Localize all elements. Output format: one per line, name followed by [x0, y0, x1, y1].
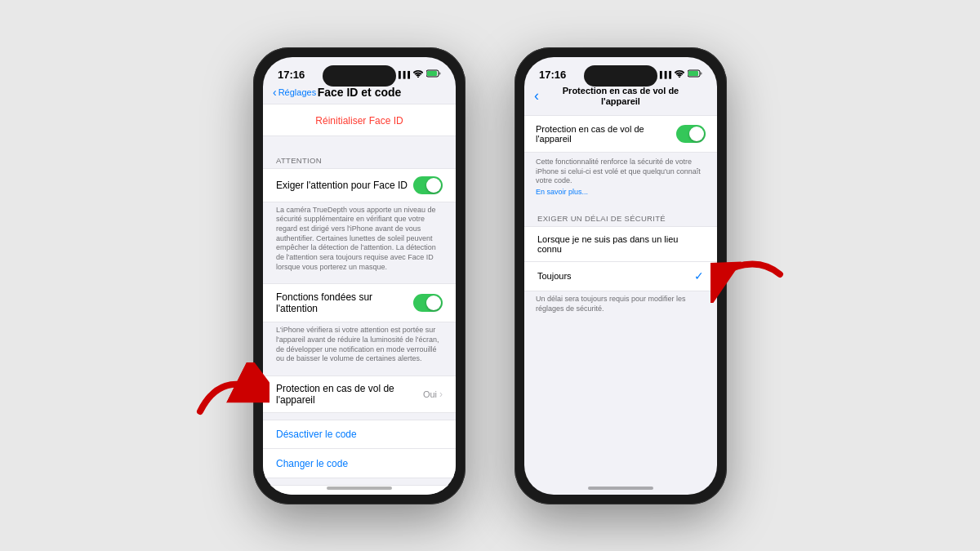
face-id-description: La caméra TrueDepth vous apporte un nive…	[263, 202, 456, 278]
option-lieu-connu[interactable]: Lorsque je ne suis pas dans un lieu conn…	[524, 226, 717, 262]
reinit-button[interactable]: Réinitialiser Face ID	[263, 104, 456, 136]
nav-title-left: Face ID et code	[318, 86, 402, 99]
wifi-icon-left	[413, 70, 423, 79]
battery-icon-left	[426, 69, 441, 79]
protection-vol-row[interactable]: Protection en cas de vol de l'appareil O…	[263, 375, 456, 413]
desactiver-code-label: Désactiver le code	[276, 429, 443, 440]
svg-rect-3	[439, 73, 441, 75]
svg-rect-6	[688, 71, 698, 76]
svg-rect-2	[427, 71, 437, 76]
svg-rect-7	[701, 73, 702, 75]
option-toujours[interactable]: Toujours ✓	[524, 262, 717, 291]
face-id-attention-label: Exiger l'attention pour Face ID	[276, 180, 413, 191]
protection-description: Cette fonctionnalité renforce la sécurit…	[536, 158, 706, 186]
back-button-left[interactable]: ‹ Réglages	[273, 86, 316, 99]
fonctions-label: Fonctions fondées sur l'attention	[276, 291, 413, 314]
signal-icon-left: ▐▐▐	[396, 71, 410, 78]
attention-header: ATTENTION	[263, 149, 456, 168]
dynamic-island-left	[323, 65, 396, 87]
checkmark-icon: ✓	[694, 269, 704, 282]
changer-code-row[interactable]: Changer le code	[263, 449, 456, 478]
time-left: 17:16	[278, 69, 305, 81]
face-id-attention-toggle[interactable]	[413, 176, 443, 194]
right-phone: 17:16 ▐▐▐ ‹	[514, 47, 727, 504]
home-indicator-right	[588, 487, 653, 490]
protection-toggle-row[interactable]: Protection en cas de vol de l'appareil	[524, 115, 717, 153]
time-right: 17:16	[539, 69, 566, 81]
protection-toggle-label: Protection en cas de vol de l'appareil	[536, 124, 676, 144]
option-description: Un délai sera toujours requis pour modif…	[536, 295, 706, 313]
signal-icon-right: ▐▐▐	[657, 71, 671, 78]
nav-bar-left: ‹ Réglages Face ID et code	[263, 84, 456, 104]
battery-icon-right	[688, 69, 702, 79]
security-delay-header: EXIGER UN DÉLAI DE SÉCURITÉ	[524, 207, 717, 226]
protection-vol-label: Protection en cas de vol de l'appareil	[276, 383, 416, 406]
nav-title-right: Protection en cas de vol de l'appareil	[547, 86, 694, 107]
home-indicator-left	[327, 487, 392, 490]
protection-chevron: ›	[439, 389, 443, 400]
fonctions-row[interactable]: Fonctions fondées sur l'attention	[263, 283, 456, 322]
dynamic-island-right	[584, 65, 657, 87]
back-button-right[interactable]: ‹	[534, 87, 539, 104]
left-phone-container: 17:16 ▐▐▐ ‹ Réglages	[253, 47, 466, 504]
status-icons-left: ▐▐▐	[396, 69, 441, 79]
desactiver-code-row[interactable]: Désactiver le code	[263, 420, 456, 449]
protection-main-toggle[interactable]	[676, 125, 706, 143]
right-phone-screen: 17:16 ▐▐▐ ‹	[524, 57, 717, 495]
option-toujours-label: Toujours	[537, 271, 694, 281]
left-content: Réinitialiser Face ID ATTENTION Exiger l…	[263, 104, 456, 495]
option-lieu-label: Lorsque je ne suis pas dans un lieu conn…	[537, 234, 704, 254]
status-icons-right: ▐▐▐	[657, 69, 702, 79]
protection-vol-value: Oui ›	[423, 389, 443, 400]
changer-code-label: Changer le code	[276, 458, 443, 469]
right-content: Protection en cas de vol de l'appareil C…	[524, 112, 717, 495]
wifi-icon-right	[675, 70, 684, 79]
learn-more-link[interactable]: En savoir plus...	[536, 188, 706, 196]
left-phone: 17:16 ▐▐▐ ‹ Réglages	[253, 47, 466, 504]
fonctions-description: L'iPhone vérifiera si votre attention es…	[263, 322, 456, 369]
protection-desc-area: Cette fonctionnalité renforce la sécurit…	[524, 153, 717, 199]
option-desc-area: Un délai sera toujours requis pour modif…	[524, 291, 717, 320]
code-actions-group: Désactiver le code Changer le code	[263, 420, 456, 478]
face-id-attention-row[interactable]: Exiger l'attention pour Face ID	[263, 168, 456, 202]
left-phone-screen: 17:16 ▐▐▐ ‹ Réglages	[263, 57, 456, 495]
nav-bar-right: ‹ Protection en cas de vol de l'appareil	[524, 84, 717, 112]
fonctions-toggle[interactable]	[413, 294, 443, 312]
right-phone-container: 17:16 ▐▐▐ ‹	[514, 47, 727, 504]
